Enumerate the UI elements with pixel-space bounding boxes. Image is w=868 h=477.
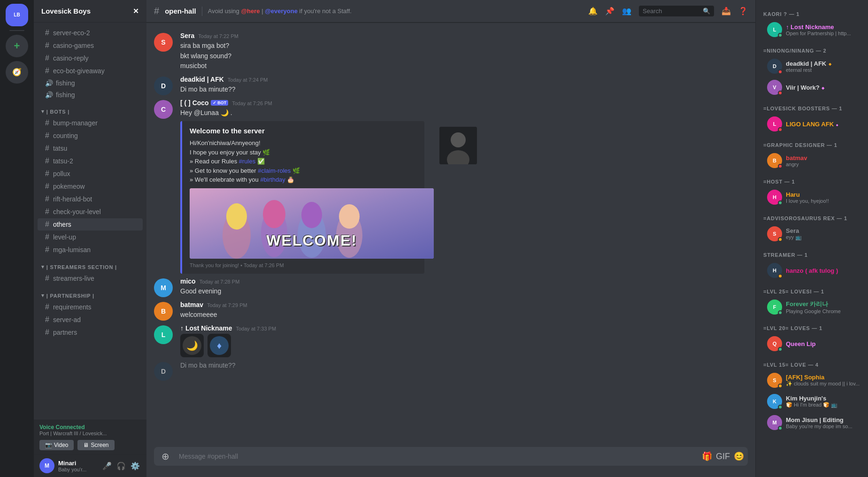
channel-item-pokemeow[interactable]: # pokemeow <box>38 180 143 192</box>
embed-title: Welcome to the server <box>190 127 434 135</box>
voice-title: Voice Connected <box>39 424 141 431</box>
server-icon-lovesick[interactable]: LB <box>6 4 28 26</box>
member-info: Haru I love you, hyejoo!! <box>786 191 860 204</box>
hash-icon: # <box>45 315 49 324</box>
pin-icon[interactable]: 📌 <box>605 7 615 15</box>
member-item[interactable]: L LIGO LANG AFK ⬥ <box>760 114 864 134</box>
member-name: Mom Jisun | Editing <box>786 416 860 423</box>
search-box[interactable]: Search 🔍 <box>639 6 714 16</box>
member-info: ↑ Lost Nickname Open for Partnership | h… <box>786 23 860 36</box>
channel-item-tatsu-2[interactable]: # tatsu-2 <box>38 155 143 167</box>
member-item[interactable]: M Mom Jisun | Editing Baby you're my dop… <box>760 412 864 433</box>
channel-item-server-eco-2[interactable]: # server-eco-2 <box>38 27 143 39</box>
category-partnership[interactable]: ▾ | PARTNERSHIP | <box>34 285 146 300</box>
channel-item-partners[interactable]: # partners <box>38 326 143 339</box>
avatar: H <box>767 263 782 278</box>
top-bar-icons: 🔔 📌 👥 Search 🔍 📥 ❓ <box>588 6 748 16</box>
svg-point-6 <box>263 200 285 228</box>
channel-sidebar: Lovesick Boys ✕ # server-eco-2 # casino-… <box>34 0 146 477</box>
channel-item-rift-herald-bot[interactable]: # rift-herald-bot <box>38 193 143 205</box>
message-input[interactable] <box>177 447 698 466</box>
add-attachment-button[interactable]: ⊕ <box>158 447 173 466</box>
deafen-button[interactable]: 🎧 <box>115 461 127 471</box>
voice-icon: 🔊 <box>45 79 53 87</box>
message-header: deadkid | AFK Today at 7:24 PM <box>180 76 748 83</box>
status-dot <box>778 237 783 242</box>
rules-mention[interactable]: #rules <box>239 158 255 165</box>
member-item[interactable]: S [AFK] Sophia ✨ clouds suit my mood || … <box>760 370 864 391</box>
member-status: angry <box>786 162 860 167</box>
member-item[interactable]: Q Queen Lip <box>760 333 864 354</box>
channel-item-requirements[interactable]: # requirements <box>38 301 143 313</box>
svg-point-10 <box>451 132 466 147</box>
member-item[interactable]: K Kim Hyunjin's 🍞 Hi I'm bread 🍞 📺 <box>760 391 864 412</box>
voice-icon: 🔊 <box>45 91 53 99</box>
channel-item-tatsu[interactable]: # tatsu <box>38 142 143 154</box>
avatar: S <box>154 33 173 52</box>
member-item[interactable]: L ↑ Lost Nickname Open for Partnership |… <box>760 19 864 40</box>
members-icon[interactable]: 👥 <box>622 7 631 15</box>
message-group: S Sera Today at 7:22 PM sira ba mga bot?… <box>146 30 755 74</box>
settings-button[interactable]: ⚙️ <box>130 461 141 471</box>
channel-item-bump-manager[interactable]: # bump-manager <box>38 117 143 129</box>
avatar: S <box>767 226 782 241</box>
avatar: F <box>767 300 782 315</box>
member-name: deadkid | AFK ⬥ <box>786 60 860 67</box>
channel-item-casino-reply[interactable]: # casino-reply <box>38 52 143 64</box>
server-icon-explore[interactable]: 🧭 <box>6 61 28 84</box>
channel-item-eco-bot-giveaway[interactable]: # eco-bot-giveaway <box>38 65 143 77</box>
member-item[interactable]: H hanzo ( afk tulog ) <box>760 260 864 281</box>
avatar: D <box>154 362 173 381</box>
member-info: Forever 카리나 Playing Google Chrome <box>786 300 860 314</box>
server-icon-add[interactable]: + <box>6 35 28 57</box>
member-info: deadkid | AFK ⬥ eternal rest <box>786 60 860 73</box>
channel-item-fishing-2[interactable]: 🔊 fishing <box>38 89 143 100</box>
channel-item-mga-lumisan[interactable]: # mga-lumisan <box>38 244 143 256</box>
gift-icon[interactable]: 🎁 <box>702 451 712 462</box>
server-name-bar[interactable]: Lovesick Boys ✕ <box>34 0 146 23</box>
member-item[interactable]: B batmav angry <box>760 150 864 171</box>
member-item[interactable]: D deadkid | AFK ⬥ eternal rest <box>760 56 864 77</box>
member-item[interactable]: V Viir | Work? ⬥ <box>760 77 864 98</box>
status-dot <box>778 310 783 315</box>
member-category: =LVL 20= LOVES — 1 <box>756 318 868 333</box>
hash-icon: # <box>45 233 49 241</box>
message-author: mico <box>180 277 196 285</box>
emoji-icon[interactable]: 😊 <box>734 451 744 462</box>
avatar: K <box>767 394 782 409</box>
channel-item-check-your-level[interactable]: # check-your-level <box>38 206 143 218</box>
category-bots[interactable]: ▾ | BOTS | <box>34 101 146 116</box>
screen-button[interactable]: 🖥 Screen <box>77 440 114 450</box>
bell-icon[interactable]: 🔔 <box>588 7 598 15</box>
channel-item-fishing-1[interactable]: 🔊 fishing <box>38 77 143 89</box>
mute-button[interactable]: 🎤 <box>101 461 113 471</box>
member-info: Queen Lip <box>786 340 860 347</box>
inbox-icon[interactable]: 📥 <box>722 7 731 15</box>
gif-icon[interactable]: GIF <box>716 452 730 462</box>
message-group: M mico Today at 7:28 PM Good evening <box>146 276 755 299</box>
member-name: LIGO LANG AFK ⬥ <box>786 121 860 128</box>
channel-item-others[interactable]: # others <box>38 218 143 231</box>
channel-item-level-up[interactable]: # level-up <box>38 231 143 243</box>
birthday-mention[interactable]: #birthday <box>260 176 285 183</box>
channel-item-pollux[interactable]: # pollux <box>38 168 143 180</box>
category-streamers[interactable]: ▾ | STREAMERS SECTION | <box>34 256 146 272</box>
member-category: KAORI ? — 1 <box>756 4 868 19</box>
channel-item-server-ad[interactable]: # server-ad <box>38 314 143 326</box>
avatar: M <box>39 458 54 473</box>
message-text: Hey @Lunaa 🌙 . <box>180 108 748 118</box>
member-item[interactable]: H Haru I love you, hyejoo!! <box>760 187 864 208</box>
member-category: =LOVESICK BOOSTERS — 1 <box>756 98 868 113</box>
channel-item-casino-games[interactable]: # casino-games <box>38 39 143 52</box>
video-button[interactable]: 📷 Video <box>39 440 74 450</box>
hash-icon: # <box>45 131 49 140</box>
status-dot <box>778 69 783 74</box>
member-status: ✨ clouds suit my mood || i lov... <box>786 381 860 387</box>
member-item[interactable]: S Sera eyy 📺 <box>760 223 864 244</box>
member-item[interactable]: F Forever 카리나 Playing Google Chrome <box>760 297 864 317</box>
claim-roles-mention[interactable]: #claim-roles <box>258 167 291 174</box>
help-icon[interactable]: ❓ <box>738 7 748 15</box>
channel-item-streamers-live[interactable]: # streamers-live <box>38 272 143 285</box>
channel-item-counting[interactable]: # counting <box>38 130 143 142</box>
here-mention: @here <box>241 8 260 15</box>
